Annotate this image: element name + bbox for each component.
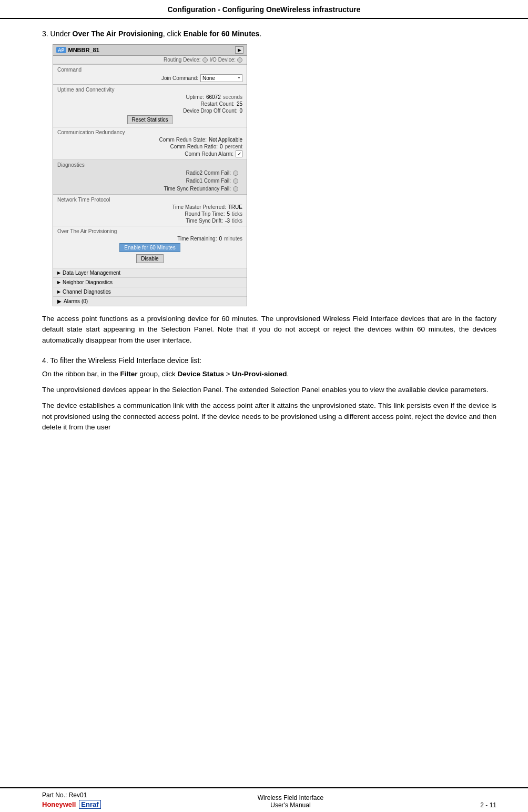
command-section: Command Join Command: None [53,64,247,84]
restart-count-row: Restart Count: 25 [57,101,242,107]
step4-para1: On the ribbon bar, in the Filter group, … [42,369,496,379]
routing-device-row: Routing Device: [164,57,208,63]
routing-row: Routing Device: I/O Device: [53,56,247,64]
step-4: 4. To filter the Wireless Field Interfac… [42,356,496,433]
time-master-row: Time Master Preferred: TRUE [57,204,242,210]
page-header: Configuration - Configuring OneWireless … [0,0,528,19]
comm-ratio-row: Comm Redun Ratio: 0 percent [57,143,242,150]
step4-para3: The device establishes a communication l… [42,400,496,433]
step4-label: 4. To filter the Wireless Field Interfac… [42,356,496,365]
ntp-section: Network Time Protocol Time Master Prefer… [53,194,247,226]
alarms-arrow-icon: ▶ [57,298,62,304]
ntp-title: Network Time Protocol [57,197,242,203]
data-layer-management-item[interactable]: ▶ Data Layer Management [53,268,247,277]
time-remaining-row: Time Remaining: 0 minutes [57,235,242,242]
reset-statistics-button[interactable]: Reset Statistics [127,115,173,124]
rtt-row: Round Trip Time: 5 ticks [57,210,242,217]
screenshot-panel: AP MNBBR_81 ▶ Routing Device: I/O Device… [53,44,247,306]
panel-titlebar-left: AP MNBBR_81 [56,47,99,53]
comm-redundancy-section: Communication Redundancy Comm Redun Stat… [53,127,247,159]
comm-state-row: Comm Redun State: Not Applicable [57,136,242,143]
uptime-section-title: Uptime and Connectivity [57,87,242,93]
main-content: 3. Under Over The Air Provisioning, clic… [0,19,528,454]
diagnostics-title: Diagnostics [57,162,242,168]
radio2-fail-row: Radio2 Comm Fail: [57,169,242,177]
join-command-row: Join Command: None [57,74,242,83]
enraf-name: Enraf [79,800,100,809]
join-command-select[interactable]: None [200,74,242,82]
channel-diag-arrow-icon: ▶ [57,289,60,294]
page-footer: Part No.: Rev01 Honeywell Enraf Wireless… [0,787,528,812]
timesync-fail-row: Time Sync Redundancy Fail: [57,185,242,193]
ota-section: Over The Air Provisioning Time Remaining… [53,226,247,268]
radio1-fail-row: Radio1 Comm Fail: [57,177,242,185]
comm-redundancy-title: Communication Redundancy [57,129,242,135]
drift-row: Time Sync Drift: -3 ticks [57,217,242,224]
footer-right: 2 - 11 [480,801,496,809]
step3-body-text: The access point functions as a provisio… [42,314,496,346]
company-logo: Honeywell Enraf [42,800,101,809]
panel-titlebar: AP MNBBR_81 ▶ [53,45,247,56]
io-device-row: I/O Device: [210,57,242,63]
channel-diagnostics-item[interactable]: ▶ Channel Diagnostics [53,287,247,296]
uptime-section: Uptime and Connectivity Uptime: 66072 se… [53,84,247,127]
step-3: 3. Under Over The Air Provisioning, clic… [42,29,496,346]
routing-radio [202,57,208,63]
command-section-title: Command [57,67,242,73]
comm-alarm-row: Comm Redun Alarm: ✓ [57,150,242,158]
page-number: 2 - 11 [480,801,496,809]
disable-button[interactable]: Disable [136,254,163,263]
enable-60-container: Enable for 60 Minutes [57,242,242,253]
part-number: Part No.: Rev01 [42,791,101,799]
io-radio [237,57,242,63]
drop-count-row: Device Drop Off Count: 0 [57,107,242,114]
timesync-fail-indicator [233,186,238,192]
radio1-fail-indicator [233,178,238,184]
alarms-item[interactable]: ▶ Alarms (0) [53,296,247,306]
step3-label: 3. Under Over The Air Provisioning, clic… [42,29,496,38]
data-layer-arrow-icon: ▶ [57,270,60,275]
uptime-row: Uptime: 66072 seconds [57,94,242,101]
step4-para2: The unprovisioned devices appear in the … [42,385,496,395]
radio2-fail-indicator [233,171,238,176]
honeywell-name: Honeywell [42,800,76,808]
comm-alarm-checkbox[interactable]: ✓ [236,151,242,157]
panel-title: MNBBR_81 [68,47,99,53]
footer-left: Part No.: Rev01 Honeywell Enraf [42,791,101,809]
footer-center: Wireless Field Interface User's Manual [258,794,323,809]
reset-stats-container: Reset Statistics [57,114,242,125]
manual-title-line1: Wireless Field Interface [258,794,323,801]
neighbor-diag-arrow-icon: ▶ [57,280,60,285]
manual-title-line2: User's Manual [258,801,323,809]
header-title: Configuration - Configuring OneWireless … [167,5,360,14]
disable-container: Disable [57,253,242,264]
ota-title: Over The Air Provisioning [57,228,242,234]
neighbor-diagnostics-item[interactable]: ▶ Neighbor Diagnostics [53,277,247,287]
enable-60-minutes-button[interactable]: Enable for 60 Minutes [119,243,180,252]
ap-badge: AP [56,47,66,53]
diagnostics-section: Diagnostics Radio2 Comm Fail: Radio1 Com… [53,159,247,194]
panel-play-button[interactable]: ▶ [235,46,243,54]
